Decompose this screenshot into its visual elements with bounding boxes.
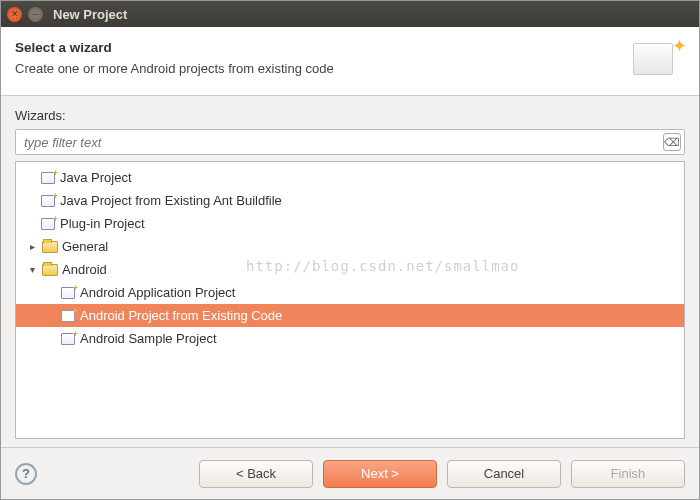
window-title: New Project [53,7,127,22]
tree-item-label: Android Application Project [80,285,235,300]
tree-row[interactable]: Plug-in Project [16,212,684,235]
wizards-label: Wizards: [15,108,685,123]
tree-item-label: General [62,239,108,254]
header-text: Select a wizard Create one or more Andro… [15,40,334,76]
wizard-header: Select a wizard Create one or more Andro… [1,27,699,96]
back-button[interactable]: < Back [199,460,313,488]
folder-open-icon [42,239,58,255]
new-project-dialog: ✕ – New Project Select a wizard Create o… [0,0,700,500]
header-heading: Select a wizard [15,40,334,55]
tree-item-label: Android [62,262,107,277]
tree-row[interactable]: ▸General [16,235,684,258]
project-icon [40,193,56,209]
titlebar: ✕ – New Project [1,1,699,27]
tree-item-label: Plug-in Project [60,216,145,231]
clear-icon[interactable]: ⌫ [663,133,681,151]
tree-row[interactable]: Java Project [16,166,684,189]
tree-row[interactable]: Android Sample Project [16,327,684,350]
filter-input[interactable] [15,129,685,155]
help-icon[interactable]: ? [15,463,37,485]
expand-arrow-icon[interactable]: ▾ [26,264,38,275]
header-description: Create one or more Android projects from… [15,61,334,76]
next-button[interactable]: Next > [323,460,437,488]
finish-button[interactable]: Finish [571,460,685,488]
wizard-tree[interactable]: Java ProjectJava Project from Existing A… [15,161,685,439]
folder-open-icon [42,262,58,278]
close-icon[interactable]: ✕ [7,7,22,22]
expand-arrow-icon[interactable]: ▸ [26,241,38,252]
project-icon [60,331,76,347]
project-icon [40,216,56,232]
filter-wrap: ⌫ [15,129,685,155]
project-icon [60,285,76,301]
cancel-button[interactable]: Cancel [447,460,561,488]
wizard-icon: ✦ [633,37,685,79]
wizard-body: Wizards: ⌫ Java ProjectJava Project from… [1,96,699,447]
tree-item-label: Android Project from Existing Code [80,308,282,323]
project-icon [40,170,56,186]
wizard-footer: ? < Back Next > Cancel Finish [1,447,699,499]
tree-row[interactable]: Android Application Project [16,281,684,304]
tree-item-label: Android Sample Project [80,331,217,346]
tree-row[interactable]: Android Project from Existing Code [16,304,684,327]
tree-row[interactable]: Java Project from Existing Ant Buildfile [16,189,684,212]
tree-row[interactable]: ▾Android [16,258,684,281]
tree-item-label: Java Project [60,170,132,185]
project-icon [60,308,76,324]
tree-item-label: Java Project from Existing Ant Buildfile [60,193,282,208]
minimize-icon[interactable]: – [28,7,43,22]
